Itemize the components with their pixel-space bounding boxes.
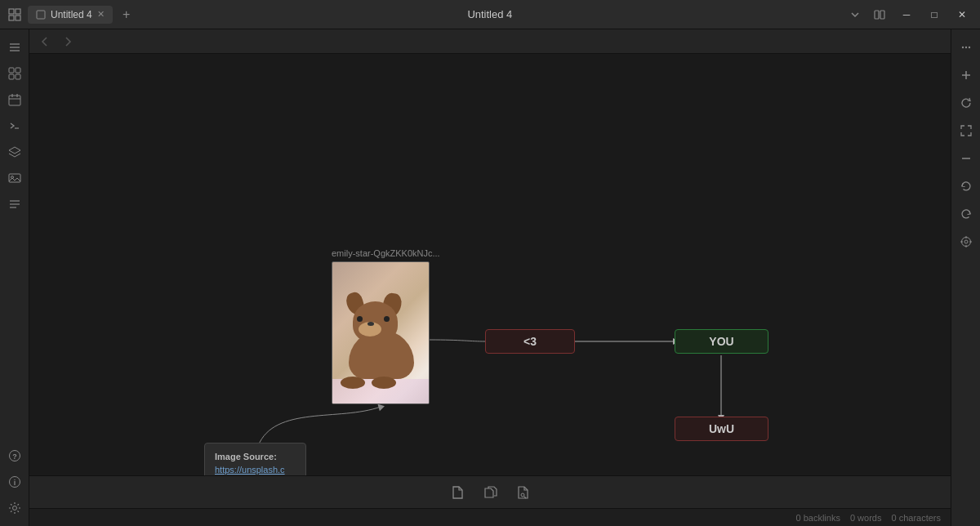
svg-rect-14 — [9, 96, 20, 105]
svg-rect-0 — [9, 9, 14, 14]
dog-eye-left — [357, 316, 363, 322]
sidebar-item-menu[interactable] — [3, 36, 26, 59]
zoom-out-icon — [960, 152, 973, 165]
target-button[interactable] — [955, 230, 978, 253]
sidebar-item-calendar[interactable] — [3, 88, 26, 111]
svg-rect-4 — [37, 11, 45, 19]
canvas-area[interactable]: emily-star-QgkZKK0kNJc... — [29, 54, 951, 475]
titlebar-right: ─ □ ✕ — [844, 4, 973, 25]
more-icon — [960, 41, 973, 54]
close-button[interactable]: ✕ — [951, 6, 973, 24]
sidebar-item-layers[interactable] — [3, 140, 26, 163]
svg-rect-2 — [9, 16, 14, 20]
embed-file-button[interactable] — [510, 479, 536, 506]
minimize-icon: ─ — [903, 9, 911, 20]
undo-button[interactable] — [955, 175, 978, 198]
main-layout: ? i — [0, 29, 980, 526]
duplicate-file-button[interactable] — [477, 479, 503, 506]
svg-point-38 — [964, 47, 966, 48]
maximize-button[interactable]: □ — [923, 6, 946, 24]
new-file-icon — [450, 485, 465, 500]
chevron-down-icon — [849, 9, 861, 20]
maximize-icon: □ — [931, 9, 937, 20]
tooltip-title: Image Source: — [215, 452, 296, 461]
canvas-wrapper: emily-star-QgkZKK0kNJc... — [29, 29, 951, 526]
svg-point-35 — [521, 493, 524, 497]
words-count: 0 words — [850, 513, 882, 523]
forward-button[interactable] — [59, 33, 77, 51]
dog-paw-right — [372, 377, 396, 389]
image-source-tooltip: Image Source: https://unsplash.com/photo… — [204, 443, 306, 475]
minimize-button[interactable]: ─ — [895, 6, 918, 24]
svg-rect-11 — [16, 68, 20, 73]
svg-point-39 — [968, 47, 969, 48]
tab-close-button[interactable]: ✕ — [97, 9, 105, 20]
svg-rect-3 — [16, 16, 20, 20]
svg-rect-13 — [16, 74, 20, 79]
heart-node-label: <3 — [523, 335, 537, 348]
image-node[interactable]: emily-star-QgkZKK0kNJc... — [332, 248, 440, 404]
svg-rect-5 — [875, 11, 879, 19]
you-node-label: YOU — [709, 335, 733, 348]
svg-text:?: ? — [12, 452, 17, 461]
svg-point-43 — [961, 238, 970, 247]
svg-point-44 — [964, 240, 968, 243]
dog-eye-right — [384, 316, 390, 322]
statusbar: 0 backlinks 0 words 0 characters — [29, 508, 951, 526]
undo-icon — [960, 180, 973, 193]
svg-rect-12 — [9, 74, 14, 79]
uwu-node-label: UwU — [709, 422, 734, 435]
dog-nose — [368, 322, 374, 326]
split-view-button[interactable] — [869, 4, 890, 25]
characters-count: 0 characters — [891, 513, 941, 523]
embed-file-icon — [515, 485, 530, 500]
document-title: Untitled 4 — [467, 8, 512, 20]
back-button[interactable] — [36, 33, 54, 51]
close-icon: ✕ — [958, 9, 966, 20]
svg-point-29 — [12, 506, 16, 510]
new-tab-button[interactable]: + — [118, 6, 136, 24]
dog-paw-left — [341, 377, 365, 389]
titlebar: Untitled 4 ✕ + Untitled 4 ─ □ ✕ — [0, 0, 980, 29]
target-icon — [960, 235, 973, 248]
sidebar-item-image[interactable] — [3, 167, 26, 189]
sidebar-item-settings[interactable] — [3, 497, 26, 519]
new-file-button[interactable] — [444, 479, 470, 506]
zoom-out-button[interactable] — [955, 147, 978, 170]
app-icon — [7, 7, 23, 23]
you-node[interactable]: YOU — [675, 329, 768, 354]
sidebar-item-terminal[interactable] — [3, 114, 26, 137]
redo-button[interactable] — [955, 203, 978, 225]
refresh-button[interactable] — [955, 91, 978, 114]
titlebar-center: Untitled 4 — [136, 8, 844, 20]
nav-bar — [29, 29, 951, 54]
sidebar-item-help[interactable]: ? — [3, 444, 26, 467]
fullscreen-icon — [960, 124, 973, 137]
backlinks-count: 0 backlinks — [796, 513, 840, 523]
sidebar-item-info[interactable]: i — [3, 470, 26, 493]
chevron-down-button[interactable] — [844, 4, 866, 25]
fullscreen-button[interactable] — [955, 119, 978, 142]
sidebar-item-list[interactable] — [3, 193, 26, 216]
zoom-in-icon — [960, 69, 973, 82]
titlebar-left: Untitled 4 ✕ + — [7, 6, 136, 24]
svg-text:i: i — [13, 479, 16, 487]
active-tab[interactable]: Untitled 4 ✕ — [28, 6, 113, 24]
image-node-label: emily-star-QgkZKK0kNJc... — [332, 248, 440, 258]
svg-point-37 — [961, 47, 963, 48]
uwu-node[interactable]: UwU — [675, 417, 768, 441]
canvas-connections — [29, 54, 951, 475]
tab-label: Untitled 4 — [51, 9, 92, 20]
zoom-in-button[interactable] — [955, 64, 978, 87]
heart-node[interactable]: <3 — [485, 329, 575, 354]
svg-rect-1 — [16, 9, 20, 14]
more-options-button[interactable] — [955, 36, 978, 59]
duplicate-file-icon — [483, 485, 497, 500]
bottom-toolbar — [29, 475, 951, 508]
svg-marker-19 — [9, 147, 20, 154]
split-view-icon — [874, 9, 885, 20]
tab-file-icon — [36, 10, 46, 20]
right-sidebar — [951, 29, 980, 526]
sidebar-item-grid[interactable] — [3, 62, 26, 85]
tooltip-link[interactable]: https://unsplash.com/photos/QgkZKK0kNJc🔗 — [215, 465, 293, 475]
